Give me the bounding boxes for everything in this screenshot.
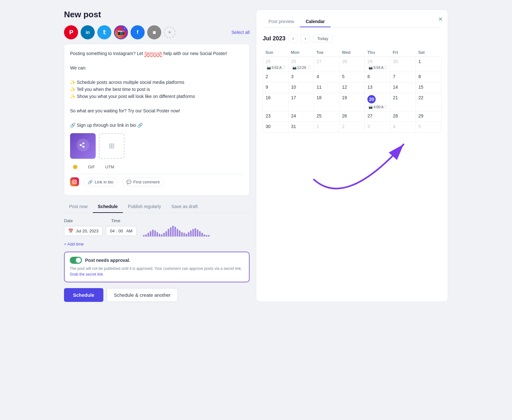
chart-bar bbox=[177, 229, 178, 237]
calendar-cell[interactable]: 23 bbox=[263, 111, 289, 122]
calendar-cell[interactable]: 2 bbox=[339, 122, 365, 133]
calendar-header: Jul 2023 ‹ › Today bbox=[263, 34, 441, 43]
calendar-cell[interactable]: 31 bbox=[288, 122, 314, 133]
calendar-cell[interactable]: 6 bbox=[365, 72, 390, 83]
time-label: Time bbox=[111, 218, 120, 223]
tab-calendar[interactable]: Calendar bbox=[300, 16, 331, 27]
add-account-button[interactable]: + bbox=[164, 27, 175, 38]
chart-bar bbox=[186, 234, 187, 237]
calendar-cell[interactable]: 29📷5:54 A bbox=[365, 57, 390, 72]
chart-bar bbox=[197, 230, 198, 237]
calendar-cell[interactable]: 24 bbox=[288, 111, 314, 122]
calendar-cell[interactable]: 27 bbox=[314, 57, 340, 72]
media-thumbnail[interactable] bbox=[70, 133, 96, 159]
calendar-cell[interactable]: 19 bbox=[339, 93, 365, 111]
account-pinterest[interactable]: 𝗣 bbox=[64, 25, 78, 39]
add-media-button[interactable]: ⊞ bbox=[99, 133, 124, 159]
calendar-cell[interactable]: 12 bbox=[339, 83, 365, 93]
calendar-cell[interactable]: 13 bbox=[365, 83, 390, 93]
link-in-bio-button[interactable]: 🔗 Link in bio bbox=[84, 178, 118, 186]
calendar-cell[interactable]: 4 bbox=[314, 72, 340, 83]
tab-post-now[interactable]: Post now bbox=[64, 201, 93, 213]
event-time: 4:00 A bbox=[373, 105, 383, 109]
schedule-create-another-button[interactable]: Schedule & create another bbox=[107, 288, 178, 302]
account-linkedin[interactable]: in bbox=[81, 25, 95, 39]
select-all-button[interactable]: Select all bbox=[231, 30, 250, 35]
calendar-cell[interactable]: 16 bbox=[263, 93, 289, 111]
calendar-cell[interactable]: 14 bbox=[390, 83, 416, 93]
calendar-cell[interactable]: 18 bbox=[314, 93, 340, 111]
calendar-cell[interactable]: 3 bbox=[288, 72, 314, 83]
day-number: 25 bbox=[266, 59, 286, 64]
calendar-cell[interactable]: 29 bbox=[416, 111, 441, 122]
day-number: 3 bbox=[291, 74, 311, 79]
tab-save-as-draft[interactable]: Save as draft bbox=[166, 201, 203, 213]
utm-button[interactable]: UTM bbox=[103, 163, 117, 171]
account-twitter[interactable]: 𝕥 bbox=[97, 25, 111, 39]
calendar-cell[interactable]: 30 bbox=[390, 57, 416, 72]
account-instagram[interactable]: 📷 ✓ bbox=[114, 25, 128, 39]
comment-icon: 💬 bbox=[126, 180, 132, 184]
calendar-cell[interactable]: 4 bbox=[390, 122, 416, 133]
date-input[interactable]: 📅 Jul 20, 2023 bbox=[64, 226, 103, 236]
day-number: 13 bbox=[367, 85, 388, 90]
calendar-cell[interactable]: 30 bbox=[263, 122, 289, 133]
first-comment-button[interactable]: 💬 First comment bbox=[122, 178, 164, 186]
calendar-cell[interactable]: 11 bbox=[314, 83, 340, 93]
calendar-cell[interactable]: 26📷12:29 bbox=[288, 57, 314, 72]
day-number: 23 bbox=[266, 113, 286, 118]
close-button[interactable]: × bbox=[438, 15, 443, 23]
calendar-cell[interactable]: 5 bbox=[339, 72, 365, 83]
chart-bar bbox=[195, 228, 196, 237]
tab-post-preview[interactable]: Post preview bbox=[263, 16, 300, 27]
day-number: 28 bbox=[393, 113, 413, 118]
calendar-prev-button[interactable]: ‹ bbox=[289, 34, 298, 43]
calendar-cell[interactable]: 20📷4:00 A bbox=[365, 93, 390, 111]
today-button[interactable]: Today bbox=[313, 35, 332, 43]
calendar-cell[interactable]: 3 bbox=[365, 122, 390, 133]
secret-link[interactable]: Grab the secret link bbox=[70, 272, 103, 277]
schedule-button[interactable]: Schedule bbox=[64, 288, 103, 302]
day-number: 30 bbox=[393, 59, 413, 64]
calendar-cell[interactable]: 1 bbox=[416, 57, 441, 72]
account-buffer[interactable]: ◼ bbox=[147, 25, 161, 39]
calendar-cell[interactable]: 22 bbox=[416, 93, 441, 111]
account-facebook[interactable]: f bbox=[131, 25, 145, 39]
gif-label: GIF bbox=[88, 165, 95, 169]
calendar-cell[interactable]: 5 bbox=[416, 122, 441, 133]
calendar-cell[interactable]: 15 bbox=[416, 83, 441, 93]
chart-bar bbox=[170, 227, 172, 237]
calendar-cell[interactable]: 2 bbox=[263, 72, 289, 83]
day-number: 9 bbox=[266, 85, 286, 90]
calendar-cell[interactable]: 1 bbox=[314, 122, 340, 133]
weekday-tue: Tue bbox=[314, 48, 340, 57]
day-number: 11 bbox=[316, 85, 337, 90]
calendar-cell[interactable]: 26 bbox=[339, 111, 365, 122]
calendar-cell[interactable]: 28 bbox=[390, 111, 416, 122]
event-icon: 📷 bbox=[267, 66, 271, 69]
day-number: 10 bbox=[291, 85, 311, 90]
calendar-cell[interactable]: 25📷5:52 A bbox=[263, 57, 289, 72]
day-number: 26 bbox=[342, 113, 362, 118]
approval-toggle[interactable] bbox=[70, 257, 82, 264]
chart-bar bbox=[208, 235, 210, 237]
calendar-cell[interactable]: 7 bbox=[390, 72, 416, 83]
tab-publish-regularly[interactable]: Publish regularly bbox=[123, 201, 166, 213]
calendar-cell[interactable]: 27 bbox=[365, 111, 390, 122]
calendar-cell[interactable]: 21 bbox=[390, 93, 416, 111]
calendar-cell[interactable]: 28 bbox=[339, 57, 365, 72]
chart-bar bbox=[152, 230, 154, 237]
time-input[interactable]: 04 : 00 AM bbox=[106, 226, 137, 236]
calendar-cell[interactable]: 10 bbox=[288, 83, 314, 93]
emoji-button[interactable]: 🙂 bbox=[70, 163, 80, 171]
svg-point-3 bbox=[76, 181, 76, 181]
calendar-cell[interactable]: 9 bbox=[263, 83, 289, 93]
tab-schedule[interactable]: Schedule bbox=[93, 201, 123, 213]
gif-button[interactable]: GIF bbox=[85, 163, 98, 171]
post-text[interactable]: Posting something to Instagram? Let Semr… bbox=[70, 50, 244, 129]
add-time-button[interactable]: + Add time bbox=[64, 242, 84, 246]
calendar-cell[interactable]: 8 bbox=[416, 72, 441, 83]
calendar-cell[interactable]: 17 bbox=[288, 93, 314, 111]
calendar-cell[interactable]: 25 bbox=[314, 111, 340, 122]
calendar-next-button[interactable]: › bbox=[301, 34, 310, 43]
